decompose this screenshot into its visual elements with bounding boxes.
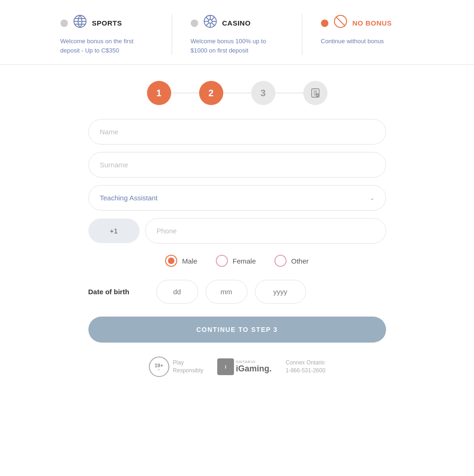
dob-year-input[interactable] (255, 280, 306, 304)
steps-section: 1 2 3 (147, 81, 327, 105)
gender-other[interactable]: Other (274, 255, 309, 267)
gender-female[interactable]: Female (216, 255, 256, 267)
igaming-icon: i (217, 358, 234, 375)
responsible-play: 19+ + PlayResponsibly (149, 357, 203, 377)
gender-other-radio[interactable] (274, 255, 287, 267)
igaming-text-block: ONTARIO iGaming. (236, 360, 272, 374)
play-responsibly-text: PlayResponsibly (173, 359, 203, 375)
svg-point-2 (208, 20, 212, 23)
bonus-radio-sports[interactable] (60, 20, 68, 27)
gender-male-radio-inner (168, 258, 174, 264)
bonus-desc-sports: Welcome bonus on the first deposit - Up … (60, 37, 154, 55)
sports-icon (73, 14, 87, 32)
step-1[interactable]: 1 (147, 81, 171, 105)
igaming-label: iGaming. (236, 364, 272, 373)
surname-input[interactable] (88, 152, 386, 178)
country-code-button[interactable]: +1 (88, 218, 140, 243)
gender-male[interactable]: Male (165, 255, 197, 267)
name-input[interactable] (88, 119, 386, 145)
dob-day-input[interactable] (156, 280, 198, 304)
svg-line-7 (206, 17, 209, 20)
phone-input[interactable] (145, 218, 386, 244)
chevron-down-icon: ⌄ (370, 195, 374, 201)
svg-line-12 (336, 17, 345, 26)
bonus-option-sports[interactable]: SPORTS Welcome bonus on the first deposi… (42, 14, 172, 55)
dob-row: Date of birth (88, 278, 386, 305)
bonus-option-no-bonus[interactable]: NO BONUS Continue without bonus (302, 14, 433, 55)
svg-line-8 (211, 23, 214, 26)
bonus-desc-no-bonus: Continue without bonus (321, 37, 414, 46)
phone-row: +1 (88, 218, 386, 244)
step-line-3 (275, 93, 303, 93)
connex-ontario: Connex Ontario1-866-531-2600 (286, 359, 325, 375)
igaming-logo: i ONTARIO iGaming. (217, 358, 272, 375)
footer: 19+ + PlayResponsibly i ONTARIO iGaming.… (149, 357, 326, 386)
bonus-radio-no-bonus[interactable] (321, 20, 328, 27)
summary-icon (310, 88, 320, 98)
step-line-2 (223, 93, 251, 93)
bonus-desc-casino: Welcome bonus 100% up to $1000 on first … (191, 37, 284, 55)
occupation-dropdown[interactable]: Teaching Assistant ⌄ (88, 185, 386, 211)
occupation-value: Teaching Assistant (100, 194, 158, 202)
dob-month-input[interactable] (206, 280, 247, 304)
casino-icon (203, 14, 218, 32)
dob-label: Date of birth (88, 288, 149, 296)
gender-other-label: Other (291, 257, 309, 265)
ontario-label: ONTARIO (236, 360, 272, 364)
no-bonus-icon (333, 14, 348, 32)
bonus-title-no-bonus: NO BONUS (353, 19, 392, 27)
gender-female-radio[interactable] (216, 255, 228, 267)
connex-text: Connex Ontario1-866-531-2600 (286, 359, 325, 375)
age-badge: 19+ + (149, 357, 169, 377)
step-line-1 (171, 93, 199, 93)
continue-button[interactable]: CONTINUE TO STEP 3 (88, 317, 386, 343)
gender-female-label: Female (233, 257, 256, 265)
step-summary[interactable] (303, 81, 327, 105)
registration-form: Teaching Assistant ⌄ +1 Male Female Othe… (88, 119, 386, 343)
bonus-option-casino[interactable]: CASINO Welcome bonus 100% up to $1000 on… (172, 14, 302, 55)
gender-row: Male Female Other (88, 251, 386, 271)
bonus-title-sports: SPORTS (92, 19, 122, 27)
bonus-section: SPORTS Welcome bonus on the first deposi… (0, 0, 474, 65)
step-3[interactable]: 3 (251, 81, 275, 105)
svg-line-9 (211, 17, 214, 20)
step-2[interactable]: 2 (199, 81, 223, 105)
bonus-radio-casino[interactable] (191, 20, 198, 27)
bonus-title-casino: CASINO (222, 19, 251, 27)
gender-male-label: Male (182, 257, 197, 265)
gender-male-radio[interactable] (165, 255, 177, 267)
svg-line-10 (206, 23, 209, 26)
svg-text:i: i (225, 364, 227, 370)
